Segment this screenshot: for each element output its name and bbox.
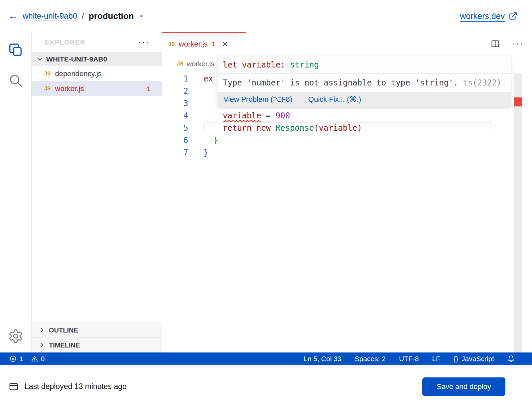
problems-summary: 1 0 <box>9 355 45 363</box>
back-arrow-icon[interactable]: ← <box>8 11 18 21</box>
hover-error-message: Type 'number' is not assignable to type … <box>218 74 511 92</box>
file-error-badge: 1 <box>147 85 151 93</box>
notifications-bell-icon[interactable] <box>507 355 515 362</box>
js-file-icon: JS <box>168 41 175 47</box>
path-separator: / <box>82 11 84 21</box>
main-area: EXPLORER ··· WHITE-UNIT-9AB0 JS dependen… <box>0 32 532 352</box>
top-header: ← white-unit-9ab0 / production ● workers… <box>0 0 532 32</box>
quick-fix-link[interactable]: Quick Fix... (⌘.) <box>308 95 361 104</box>
settings-gear-icon[interactable] <box>8 329 23 344</box>
editor-more-icon[interactable]: ··· <box>512 39 523 48</box>
unsaved-dot-icon: ● <box>140 13 143 19</box>
project-link[interactable]: white-unit-9ab0 <box>23 11 77 21</box>
save-and-deploy-button[interactable]: Save and deploy <box>422 377 505 396</box>
outline-label: OUTLINE <box>49 327 78 334</box>
deploy-status-text: Last deployed 13 minutes ago <box>25 382 127 391</box>
tab-label: worker.js <box>179 40 208 49</box>
editor-actions: ··· <box>491 32 523 55</box>
workers-dev-link[interactable]: workers.dev <box>460 11 505 21</box>
code-line-5-current[interactable]: 5 return new Response(variable) <box>162 122 532 134</box>
workspace-name: WHITE-UNIT-9AB0 <box>46 55 107 63</box>
line-number[interactable]: 6 <box>162 134 192 147</box>
warnings-count[interactable]: 0 <box>31 355 45 363</box>
sidebar-bottom-sections: OUTLINE TIMELINE <box>32 323 162 352</box>
timeline-label: TIMELINE <box>49 341 80 349</box>
workers-dev-area: workers.dev <box>460 11 517 21</box>
line-number[interactable]: 3 <box>162 97 192 110</box>
file-item-worker[interactable]: JS worker.js 1 <box>32 81 162 96</box>
search-icon[interactable] <box>8 73 23 88</box>
js-file-icon: JS <box>44 86 51 92</box>
split-editor-icon[interactable] <box>491 39 500 48</box>
line-number[interactable]: 4 <box>162 110 192 122</box>
sidebar-explorer: EXPLORER ··· WHITE-UNIT-9AB0 JS dependen… <box>32 32 162 352</box>
code-line-6[interactable]: 6 } <box>162 134 532 147</box>
code-line-7[interactable]: 7 } <box>162 147 532 159</box>
tab-worker-js[interactable]: JS worker.js 1 ✕ <box>162 32 246 55</box>
cursor-position[interactable]: Ln 5, Col 33 <box>304 355 341 363</box>
tab-error-badge: 1 <box>211 40 215 48</box>
outline-section-header[interactable]: OUTLINE <box>32 323 162 338</box>
explorer-more-icon[interactable]: ··· <box>138 38 149 47</box>
line-number[interactable]: 1 <box>162 73 192 85</box>
tab-bar: JS worker.js 1 ✕ ··· <box>162 32 532 55</box>
error-token-variable: variable <box>223 111 261 120</box>
code-line-4[interactable]: 4 variable = 900 <box>162 110 532 122</box>
activity-bar <box>0 32 32 352</box>
deploy-bar: Last deployed 13 minutes ago Save and de… <box>0 365 532 408</box>
chevron-right-icon <box>38 341 46 349</box>
js-file-icon: JS <box>44 71 51 77</box>
scrollbar[interactable] <box>514 73 522 352</box>
hover-tooltip: let variable: string Type 'number' is no… <box>218 56 511 107</box>
editor-pane: JS worker.js 1 ✕ ··· JS worker.js 1 ex <box>162 32 532 352</box>
language-mode[interactable]: {} JavaScript <box>454 355 494 363</box>
line-number[interactable]: 5 <box>162 122 192 134</box>
hover-signature: let variable: string <box>218 56 511 74</box>
js-file-icon: JS <box>177 61 184 67</box>
deploy-status: Last deployed 13 minutes ago <box>9 382 127 392</box>
status-bar: 1 0 Ln 5, Col 33 Spaces: 2 UTF-8 LF {} J… <box>0 352 532 365</box>
warning-icon <box>31 355 38 362</box>
line-number[interactable]: 7 <box>162 147 192 159</box>
chevron-down-icon <box>36 56 44 63</box>
explorer-title: EXPLORER <box>45 39 85 46</box>
explorer-header: EXPLORER ··· <box>32 32 162 52</box>
error-code: ts(2322) <box>463 78 501 87</box>
environment-name: production <box>89 11 134 21</box>
window-icon <box>9 382 19 392</box>
breadcrumb: ← white-unit-9ab0 / production ● <box>8 11 143 21</box>
line-number[interactable]: 2 <box>162 85 192 97</box>
chevron-right-icon <box>38 327 46 334</box>
explorer-icon[interactable] <box>8 42 23 58</box>
file-item-dependency[interactable]: JS dependency.js <box>32 66 162 81</box>
app-root: ← white-unit-9ab0 / production ● workers… <box>0 0 532 408</box>
eol-setting[interactable]: LF <box>432 355 440 363</box>
error-icon <box>9 355 17 362</box>
file-name: dependency.js <box>55 69 102 78</box>
external-link-icon[interactable] <box>509 12 517 20</box>
indentation-setting[interactable]: Spaces: 2 <box>355 355 386 363</box>
view-problem-link[interactable]: View Problem (⌥F8) <box>223 95 292 104</box>
errors-count[interactable]: 1 <box>9 355 23 363</box>
workspace-section-header[interactable]: WHITE-UNIT-9AB0 <box>32 52 162 66</box>
timeline-section-header[interactable]: TIMELINE <box>32 338 162 352</box>
hover-actions: View Problem (⌥F8) Quick Fix... (⌘.) <box>218 92 511 107</box>
status-bar-right: Ln 5, Col 33 Spaces: 2 UTF-8 LF {} JavaS… <box>304 355 515 363</box>
close-icon[interactable]: ✕ <box>222 40 228 48</box>
braces-icon: {} <box>454 355 458 363</box>
file-name: worker.js <box>55 84 84 93</box>
breadcrumb-file: worker.js <box>187 60 214 68</box>
encoding-setting[interactable]: UTF-8 <box>399 355 419 363</box>
error-marker <box>514 97 522 106</box>
